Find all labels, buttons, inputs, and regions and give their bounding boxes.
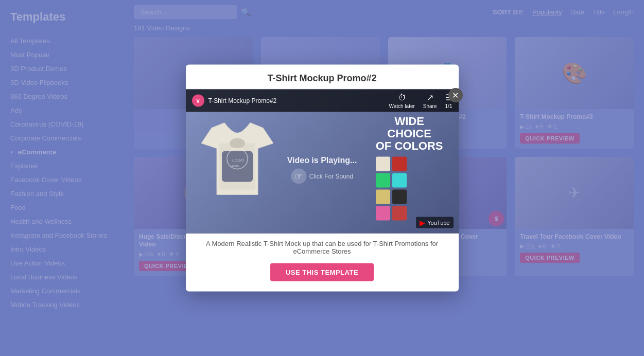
svg-point-1 — [230, 138, 245, 149]
watch-later-icon: ⏱ — [398, 93, 406, 102]
swatch-pink — [376, 206, 390, 220]
counter-value: 1/1 — [445, 103, 452, 109]
watch-later-button[interactable]: ⏱ Watch later — [389, 93, 415, 109]
close-button[interactable]: ✕ — [448, 88, 463, 102]
video-title-text: T-Shirt Mockup Promo#2 — [208, 97, 277, 104]
youtube-badge: ▶ YouTube — [416, 217, 453, 228]
swatch-teal — [392, 173, 407, 187]
color-swatches — [376, 156, 443, 220]
share-button[interactable]: ↗ Share — [423, 93, 437, 109]
swatch-yellow — [376, 189, 390, 204]
svg-text:LOGO: LOGO — [232, 158, 244, 163]
tshirt-area: LOGO HERE — [196, 105, 279, 208]
modal-title: T-Shirt Mockup Promo#2 — [186, 65, 459, 90]
svg-text:HERE: HERE — [231, 165, 239, 168]
tshirt-svg: LOGO HERE — [201, 113, 273, 200]
click-sound-label: Click For Sound — [309, 173, 353, 180]
swatch-green — [376, 173, 390, 187]
modal-video-container: V T-Shirt Mockup Promo#2 ⏱ Watch later ↗… — [186, 90, 459, 234]
modal-actions: USE THIS TEMPLATE — [186, 258, 459, 292]
wide-choice-line1: WIDE — [376, 115, 443, 128]
swatch-darkred — [392, 206, 407, 220]
watch-later-label: Watch later — [389, 103, 415, 109]
video-bar-right: ⏱ Watch later ↗ Share ☰ 1/1 — [389, 93, 452, 109]
use-template-button[interactable]: USE THIS TEMPLATE — [270, 263, 374, 281]
swatch-cream — [376, 156, 390, 171]
video-playing-text: Video is Playing... — [287, 156, 357, 165]
wide-choice-text: WIDE CHOICE OF COLORS — [376, 115, 443, 221]
wide-choice-line3: OF COLORS — [376, 140, 443, 152]
youtube-logo: ▶ — [420, 219, 425, 227]
modal-description: A Modern Realistic T-Shirt Mock up that … — [186, 234, 459, 258]
swatch-red — [392, 156, 407, 171]
click-for-sound[interactable]: ☞ Click For Sound — [291, 169, 353, 184]
modal: T-Shirt Mockup Promo#2 V T-Shirt Mockup … — [186, 65, 459, 292]
share-label: Share — [423, 103, 437, 109]
video-logo: V — [192, 95, 204, 107]
youtube-label: YouTube — [427, 220, 449, 226]
wide-choice-line2: CHOICE — [376, 128, 443, 140]
share-icon: ↗ — [427, 93, 433, 102]
video-bar: V T-Shirt Mockup Promo#2 ⏱ Watch later ↗… — [186, 90, 459, 112]
swatch-black — [392, 189, 407, 204]
click-icon: ☞ — [291, 169, 306, 184]
video-bar-left: V T-Shirt Mockup Promo#2 — [192, 95, 277, 107]
